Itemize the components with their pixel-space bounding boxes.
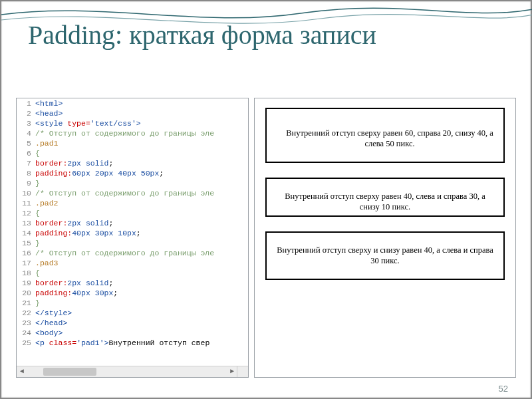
code-content: <style type='text/css'> [35, 118, 141, 128]
code-line: 11.pad2 [17, 198, 248, 208]
code-content: <html> [35, 98, 63, 108]
line-number: 10 [17, 188, 35, 198]
code-content: .pad3 [35, 258, 59, 268]
code-content: { [35, 268, 40, 278]
preview-text: Внутренний отступ сверху равен 40, слева… [276, 191, 494, 213]
line-number: 14 [17, 228, 35, 238]
code-line: 2<head> [17, 108, 248, 118]
code-content: </head> [35, 318, 67, 328]
line-number: 21 [17, 298, 35, 308]
code-content: border:2px solid; [35, 218, 113, 228]
code-content: } [35, 238, 40, 248]
code-line: 4/* Отступ от содержимого до границы эле [17, 128, 248, 138]
line-number: 17 [17, 258, 35, 268]
code-content: { [35, 208, 40, 218]
code-line: 23</head> [17, 318, 248, 328]
code-line: 22</style> [17, 308, 248, 318]
line-number: 18 [17, 268, 35, 278]
page-number: 52 [499, 384, 508, 394]
code-content: .pad2 [35, 198, 59, 208]
scrollbar-thumb[interactable] [43, 368, 96, 376]
code-line: 18{ [17, 268, 248, 278]
scroll-right-arrow[interactable]: ► [228, 368, 236, 376]
code-content: <p class='pad1'>Внутренний отступ свер [35, 338, 209, 348]
line-number: 15 [17, 238, 35, 248]
code-content: /* Отступ от содержимого до границы эле [35, 248, 214, 258]
code-content: <head> [35, 108, 63, 118]
code-line: 21} [17, 298, 248, 308]
code-content: </style> [35, 308, 72, 318]
line-number: 16 [17, 248, 35, 258]
slide-frame: Padding: краткая форма записи 1<html>2<h… [0, 0, 532, 399]
code-content: .pad1 [35, 138, 59, 148]
code-content: border:2px solid; [35, 278, 113, 288]
code-line: 16/* Отступ от содержимого до границы эл… [17, 248, 248, 258]
code-line: 3<style type='text/css'> [17, 118, 248, 128]
line-number: 20 [17, 288, 35, 298]
line-number: 7 [17, 158, 35, 168]
code-line: 14padding:40px 30px 10px; [17, 228, 248, 238]
code-content: } [35, 298, 40, 308]
line-number: 22 [17, 308, 35, 318]
code-line: 13border:2px solid; [17, 218, 248, 228]
line-number: 9 [17, 178, 35, 188]
preview-panel: Внутренний отступ сверху равен 60, справ… [254, 98, 516, 378]
scroll-left-arrow[interactable]: ◄ [18, 368, 26, 376]
code-line: 12{ [17, 208, 248, 218]
line-number: 25 [17, 338, 35, 348]
code-content: } [35, 178, 40, 188]
code-line: 15} [17, 238, 248, 248]
line-number: 1 [17, 98, 35, 108]
code-line: 17.pad3 [17, 258, 248, 268]
code-content: /* Отступ от содержимого до границы эле [35, 128, 214, 138]
line-number: 19 [17, 278, 35, 288]
code-editor-panel: 1<html>2<head>3<style type='text/css'>4/… [16, 98, 249, 378]
line-number: 23 [17, 318, 35, 328]
code-line: 6{ [17, 148, 248, 158]
code-content: padding:60px 20px 40px 50px; [35, 168, 164, 178]
scrollbar-corner [237, 366, 248, 377]
code-content: /* Отступ от содержимого до границы эле [35, 188, 214, 198]
code-line: 1<html> [17, 98, 248, 108]
code-content: { [35, 148, 40, 158]
code-content: <body> [35, 328, 63, 338]
line-number: 5 [17, 138, 35, 148]
preview-box-pad2: Внутренний отступ сверху равен 40, слева… [265, 178, 505, 217]
code-line: 19border:2px solid; [17, 278, 248, 288]
line-number: 13 [17, 218, 35, 228]
horizontal-scrollbar[interactable]: ◄ ► [17, 366, 237, 377]
slide-title: Padding: краткая форма записи [28, 21, 376, 49]
line-number: 3 [17, 118, 35, 128]
code-line: 9} [17, 178, 248, 188]
line-number: 8 [17, 168, 35, 178]
line-number: 11 [17, 198, 35, 208]
preview-text: Внутренний отступ сверху и снизу равен 4… [276, 245, 494, 267]
line-number: 4 [17, 128, 35, 138]
content-area: 1<html>2<head>3<style type='text/css'>4/… [16, 98, 516, 378]
line-number: 24 [17, 328, 35, 338]
code-listing: 1<html>2<head>3<style type='text/css'>4/… [17, 98, 248, 348]
preview-text: Внутренний отступ сверху равен 60, справ… [281, 128, 498, 150]
code-line: 8padding:60px 20px 40px 50px; [17, 168, 248, 178]
code-content: padding:40px 30px; [35, 288, 118, 298]
code-content: padding:40px 30px 10px; [35, 228, 141, 238]
code-line: 25<p class='pad1'>Внутренний отступ свер [17, 338, 248, 348]
code-line: 10/* Отступ от содержимого до границы эл… [17, 188, 248, 198]
line-number: 2 [17, 108, 35, 118]
code-content: border:2px solid; [35, 158, 113, 168]
preview-box-pad3: Внутренний отступ сверху и снизу равен 4… [265, 231, 505, 280]
code-line: 24<body> [17, 328, 248, 338]
line-number: 12 [17, 208, 35, 218]
preview-box-pad1: Внутренний отступ сверху равен 60, справ… [265, 108, 505, 163]
code-line: 20padding:40px 30px; [17, 288, 248, 298]
line-number: 6 [17, 148, 35, 158]
code-line: 7border:2px solid; [17, 158, 248, 168]
code-line: 5.pad1 [17, 138, 248, 148]
